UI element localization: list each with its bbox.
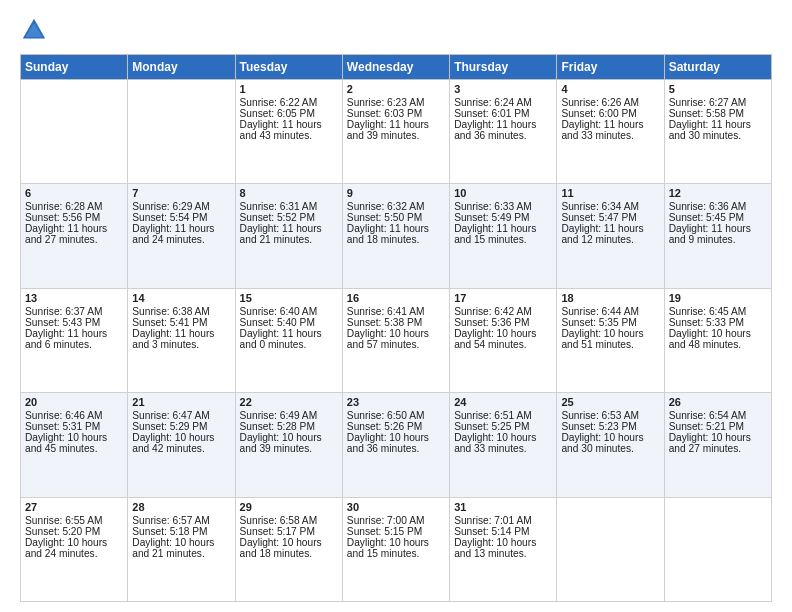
calendar-week-row: 13Sunrise: 6:37 AMSunset: 5:43 PMDayligh… (21, 288, 772, 392)
daylight-text: Daylight: 11 hours and 21 minutes. (240, 223, 322, 245)
sunset-text: Sunset: 5:38 PM (347, 317, 422, 328)
sunset-text: Sunset: 5:58 PM (669, 108, 744, 119)
calendar-week-row: 1Sunrise: 6:22 AMSunset: 6:05 PMDaylight… (21, 80, 772, 184)
daylight-text: Daylight: 10 hours and 54 minutes. (454, 328, 536, 350)
sunset-text: Sunset: 5:23 PM (561, 421, 636, 432)
daylight-text: Daylight: 11 hours and 15 minutes. (454, 223, 536, 245)
calendar-week-row: 6Sunrise: 6:28 AMSunset: 5:56 PMDaylight… (21, 184, 772, 288)
calendar-cell: 23Sunrise: 6:50 AMSunset: 5:26 PMDayligh… (342, 393, 449, 497)
daylight-text: Daylight: 10 hours and 57 minutes. (347, 328, 429, 350)
day-number: 30 (347, 501, 445, 513)
day-number: 19 (669, 292, 767, 304)
calendar-cell: 26Sunrise: 6:54 AMSunset: 5:21 PMDayligh… (664, 393, 771, 497)
daylight-text: Daylight: 11 hours and 33 minutes. (561, 119, 643, 141)
sunrise-text: Sunrise: 6:33 AM (454, 201, 532, 212)
calendar-cell: 11Sunrise: 6:34 AMSunset: 5:47 PMDayligh… (557, 184, 664, 288)
sunrise-text: Sunrise: 7:00 AM (347, 515, 425, 526)
sunset-text: Sunset: 5:18 PM (132, 526, 207, 537)
sunrise-text: Sunrise: 6:58 AM (240, 515, 318, 526)
day-number: 12 (669, 187, 767, 199)
sunset-text: Sunset: 5:35 PM (561, 317, 636, 328)
daylight-text: Daylight: 11 hours and 9 minutes. (669, 223, 751, 245)
day-number: 28 (132, 501, 230, 513)
day-number: 21 (132, 396, 230, 408)
daylight-text: Daylight: 10 hours and 21 minutes. (132, 537, 214, 559)
sunset-text: Sunset: 5:47 PM (561, 212, 636, 223)
calendar-cell: 13Sunrise: 6:37 AMSunset: 5:43 PMDayligh… (21, 288, 128, 392)
sunset-text: Sunset: 5:25 PM (454, 421, 529, 432)
sunset-text: Sunset: 5:54 PM (132, 212, 207, 223)
day-number: 1 (240, 83, 338, 95)
calendar-cell: 27Sunrise: 6:55 AMSunset: 5:20 PMDayligh… (21, 497, 128, 601)
daylight-text: Daylight: 11 hours and 6 minutes. (25, 328, 107, 350)
sunset-text: Sunset: 5:15 PM (347, 526, 422, 537)
sunset-text: Sunset: 5:49 PM (454, 212, 529, 223)
daylight-text: Daylight: 11 hours and 30 minutes. (669, 119, 751, 141)
weekday-header-tuesday: Tuesday (235, 55, 342, 80)
weekday-header-sunday: Sunday (21, 55, 128, 80)
day-number: 9 (347, 187, 445, 199)
sunrise-text: Sunrise: 6:22 AM (240, 97, 318, 108)
calendar-cell: 9Sunrise: 6:32 AMSunset: 5:50 PMDaylight… (342, 184, 449, 288)
sunrise-text: Sunrise: 6:46 AM (25, 410, 103, 421)
daylight-text: Daylight: 11 hours and 18 minutes. (347, 223, 429, 245)
sunrise-text: Sunrise: 6:54 AM (669, 410, 747, 421)
sunrise-text: Sunrise: 6:42 AM (454, 306, 532, 317)
sunset-text: Sunset: 6:05 PM (240, 108, 315, 119)
daylight-text: Daylight: 10 hours and 18 minutes. (240, 537, 322, 559)
calendar-cell (664, 497, 771, 601)
day-number: 18 (561, 292, 659, 304)
sunrise-text: Sunrise: 7:01 AM (454, 515, 532, 526)
calendar-week-row: 27Sunrise: 6:55 AMSunset: 5:20 PMDayligh… (21, 497, 772, 601)
calendar-cell: 28Sunrise: 6:57 AMSunset: 5:18 PMDayligh… (128, 497, 235, 601)
daylight-text: Daylight: 10 hours and 36 minutes. (347, 432, 429, 454)
daylight-text: Daylight: 11 hours and 0 minutes. (240, 328, 322, 350)
weekday-header-thursday: Thursday (450, 55, 557, 80)
weekday-header-friday: Friday (557, 55, 664, 80)
daylight-text: Daylight: 11 hours and 39 minutes. (347, 119, 429, 141)
sunset-text: Sunset: 5:41 PM (132, 317, 207, 328)
day-number: 14 (132, 292, 230, 304)
day-number: 7 (132, 187, 230, 199)
calendar-cell: 10Sunrise: 6:33 AMSunset: 5:49 PMDayligh… (450, 184, 557, 288)
daylight-text: Daylight: 10 hours and 51 minutes. (561, 328, 643, 350)
sunset-text: Sunset: 5:31 PM (25, 421, 100, 432)
calendar-cell: 21Sunrise: 6:47 AMSunset: 5:29 PMDayligh… (128, 393, 235, 497)
calendar-cell: 22Sunrise: 6:49 AMSunset: 5:28 PMDayligh… (235, 393, 342, 497)
sunset-text: Sunset: 5:50 PM (347, 212, 422, 223)
calendar-cell: 5Sunrise: 6:27 AMSunset: 5:58 PMDaylight… (664, 80, 771, 184)
day-number: 5 (669, 83, 767, 95)
sunset-text: Sunset: 5:52 PM (240, 212, 315, 223)
sunrise-text: Sunrise: 6:28 AM (25, 201, 103, 212)
sunset-text: Sunset: 5:14 PM (454, 526, 529, 537)
sunset-text: Sunset: 6:00 PM (561, 108, 636, 119)
sunrise-text: Sunrise: 6:23 AM (347, 97, 425, 108)
daylight-text: Daylight: 10 hours and 15 minutes. (347, 537, 429, 559)
sunset-text: Sunset: 5:56 PM (25, 212, 100, 223)
calendar-cell: 4Sunrise: 6:26 AMSunset: 6:00 PMDaylight… (557, 80, 664, 184)
day-number: 3 (454, 83, 552, 95)
day-number: 11 (561, 187, 659, 199)
daylight-text: Daylight: 10 hours and 39 minutes. (240, 432, 322, 454)
calendar-table: SundayMondayTuesdayWednesdayThursdayFrid… (20, 54, 772, 602)
sunrise-text: Sunrise: 6:45 AM (669, 306, 747, 317)
weekday-header-saturday: Saturday (664, 55, 771, 80)
calendar-cell: 24Sunrise: 6:51 AMSunset: 5:25 PMDayligh… (450, 393, 557, 497)
sunrise-text: Sunrise: 6:47 AM (132, 410, 210, 421)
calendar-cell: 16Sunrise: 6:41 AMSunset: 5:38 PMDayligh… (342, 288, 449, 392)
calendar-cell: 1Sunrise: 6:22 AMSunset: 6:05 PMDaylight… (235, 80, 342, 184)
page: SundayMondayTuesdayWednesdayThursdayFrid… (0, 0, 792, 612)
sunset-text: Sunset: 5:43 PM (25, 317, 100, 328)
header (20, 16, 772, 44)
sunset-text: Sunset: 5:21 PM (669, 421, 744, 432)
day-number: 29 (240, 501, 338, 513)
day-number: 31 (454, 501, 552, 513)
day-number: 16 (347, 292, 445, 304)
calendar-cell: 15Sunrise: 6:40 AMSunset: 5:40 PMDayligh… (235, 288, 342, 392)
calendar-cell: 31Sunrise: 7:01 AMSunset: 5:14 PMDayligh… (450, 497, 557, 601)
daylight-text: Daylight: 10 hours and 24 minutes. (25, 537, 107, 559)
sunrise-text: Sunrise: 6:32 AM (347, 201, 425, 212)
weekday-header-monday: Monday (128, 55, 235, 80)
sunset-text: Sunset: 5:29 PM (132, 421, 207, 432)
sunset-text: Sunset: 5:45 PM (669, 212, 744, 223)
